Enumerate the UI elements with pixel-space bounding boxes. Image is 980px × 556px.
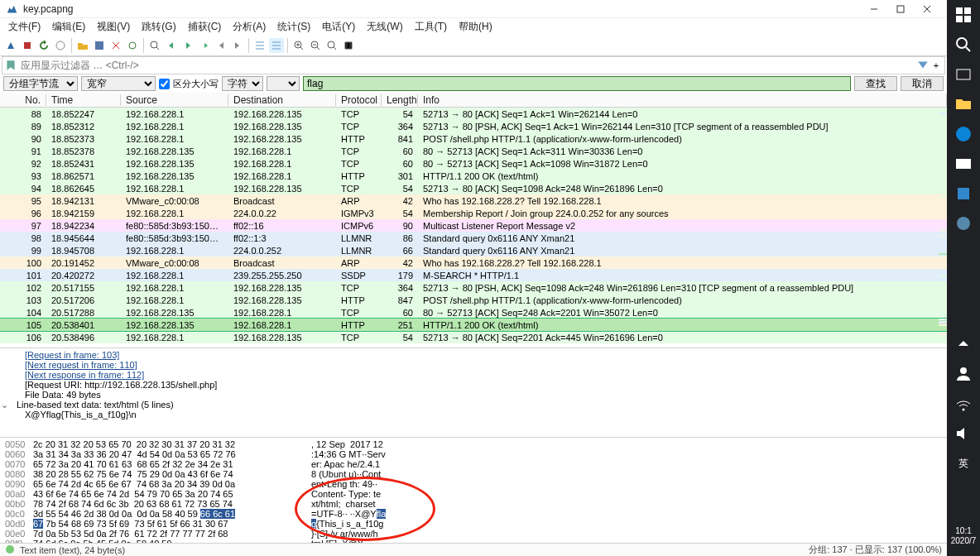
filter-dropdown-icon[interactable]: [916, 59, 930, 72]
find-packet-icon[interactable]: [147, 38, 162, 53]
menu-wireless[interactable]: 无线(W): [362, 18, 407, 36]
display-filter-input[interactable]: [17, 60, 916, 71]
packet-row[interactable]: 9718.942234fe80::585d:3b93:150…ff02::16I…: [0, 219, 947, 232]
packet-row[interactable]: 10520.538401192.168.228.135192.168.228.1…: [0, 319, 947, 331]
save-file-icon[interactable]: [92, 38, 107, 53]
packet-row[interactable]: 10620.538496192.168.228.1192.168.228.135…: [0, 331, 947, 343]
packet-row[interactable]: 9318.862571192.168.228.135192.168.228.1H…: [0, 170, 947, 182]
col-info[interactable]: Info: [418, 94, 947, 106]
packet-row[interactable]: 10220.517155192.168.228.1192.168.228.135…: [0, 281, 947, 294]
jump-to-icon[interactable]: [197, 38, 212, 53]
find-case-checkbox[interactable]: [159, 79, 170, 89]
hex-line[interactable]: 00e07d 0a 5b 53 5d 0a 2f 76 61 72 2f 77 …: [5, 529, 942, 539]
packet-scroll-strip[interactable]: [939, 108, 947, 348]
open-file-icon[interactable]: [75, 38, 90, 53]
explorer-icon[interactable]: [954, 94, 973, 114]
detail-link[interactable]: [Next request in frame: 110]: [25, 360, 137, 370]
packet-row[interactable]: 10420.517288192.168.228.135192.168.228.1…: [0, 306, 947, 319]
packet-row[interactable]: 9918.945708192.168.228.1224.0.0.252LLMNR…: [0, 244, 947, 256]
packet-row[interactable]: 10320.517206192.168.228.1192.168.228.135…: [0, 294, 947, 306]
find-charset-select[interactable]: 宽窄: [81, 76, 156, 91]
people-icon[interactable]: [954, 364, 973, 384]
filter-bookmark-icon[interactable]: [4, 59, 17, 72]
display-filter-bar[interactable]: +: [2, 56, 945, 74]
packet-row[interactable]: 9118.852378192.168.228.135192.168.228.1T…: [0, 145, 947, 157]
menu-tools[interactable]: 工具(T): [410, 18, 452, 36]
packet-list[interactable]: 8818.852247192.168.228.1192.168.228.135T…: [0, 108, 947, 348]
menu-statistics[interactable]: 统计(S): [272, 18, 315, 36]
go-last-icon[interactable]: [230, 38, 245, 53]
menu-capture[interactable]: 捕获(C): [183, 18, 227, 36]
reload-icon[interactable]: [125, 38, 140, 53]
windows-start-icon[interactable]: [954, 5, 973, 25]
stop-capture-icon[interactable]: [20, 38, 35, 53]
col-no[interactable]: No.: [0, 94, 46, 106]
start-capture-icon[interactable]: [3, 38, 18, 53]
hex-line[interactable]: 009065 6e 74 2d 4c 65 6e 67 74 68 3a 20 …: [5, 479, 942, 489]
restart-capture-icon[interactable]: [36, 38, 51, 53]
go-prev-icon[interactable]: [164, 38, 179, 53]
find-cancel-button[interactable]: 取消: [901, 76, 944, 91]
expert-info-icon[interactable]: [5, 544, 15, 556]
hex-line[interactable]: 008038 20 28 55 62 75 6e 74 75 29 0d 0a …: [5, 469, 942, 479]
hex-line[interactable]: 00603a 31 34 3a 33 36 20 47 4d 54 0d 0a …: [5, 449, 942, 459]
search-icon[interactable]: [954, 35, 973, 55]
menu-help[interactable]: 帮助(H): [454, 18, 497, 36]
find-type-select[interactable]: 字符串: [222, 76, 263, 91]
minimize-button[interactable]: [861, 1, 887, 17]
packet-row[interactable]: 8918.852312192.168.228.1192.168.228.135T…: [0, 120, 947, 132]
maximize-button[interactable]: [887, 1, 914, 17]
resize-columns-icon[interactable]: [341, 38, 356, 53]
packet-row[interactable]: 9018.852373192.168.228.1192.168.228.135H…: [0, 132, 947, 145]
volume-icon[interactable]: [954, 424, 973, 443]
packet-row[interactable]: 9518.942131VMware_c0:00:08BroadcastARP42…: [0, 194, 947, 207]
col-length[interactable]: Length: [382, 94, 418, 106]
col-protocol[interactable]: Protocol: [336, 94, 382, 106]
detail-link[interactable]: [Request in frame: 103]: [25, 350, 119, 360]
hex-line[interactable]: 00a043 6f 6e 74 65 6e 74 2d 54 79 70 65 …: [5, 489, 942, 499]
hex-line[interactable]: 00b078 74 2f 68 74 6d 6c 3b 20 63 68 61 …: [5, 499, 942, 509]
menu-analyze[interactable]: 分析(A): [228, 18, 271, 36]
detail-tree-item[interactable]: ⌄ Line-based text data: text/html (5 lin…: [5, 400, 942, 410]
menu-view[interactable]: 视图(V): [92, 18, 135, 36]
wifi-icon[interactable]: [954, 394, 973, 414]
menu-file[interactable]: 文件(F): [3, 18, 46, 36]
detail-link[interactable]: [Next response in frame: 112]: [25, 370, 144, 380]
menu-edit[interactable]: 编辑(E): [47, 18, 90, 36]
find-button[interactable]: 查找: [854, 76, 897, 91]
packet-row[interactable]: 9218.852431192.168.228.135192.168.228.1T…: [0, 157, 947, 170]
taskview-icon[interactable]: [954, 65, 973, 84]
col-destination[interactable]: Destination: [228, 94, 336, 106]
packet-row[interactable]: 10120.420272192.168.228.1239.255.255.250…: [0, 269, 947, 281]
packet-details-pane[interactable]: [Request in frame: 103] [Next request in…: [0, 348, 947, 437]
menu-telephony[interactable]: 电话(Y): [317, 18, 360, 36]
chevron-up-icon[interactable]: [954, 334, 973, 354]
packet-row[interactable]: 8818.852247192.168.228.1192.168.228.135T…: [0, 108, 947, 120]
find-scope-select[interactable]: 分组字节流: [3, 76, 78, 91]
colorize-icon[interactable]: [269, 38, 284, 53]
find-input[interactable]: [303, 76, 851, 91]
ime-icon[interactable]: 英: [954, 453, 973, 473]
go-first-icon[interactable]: [214, 38, 228, 53]
packet-row[interactable]: 9618.942159192.168.228.1224.0.0.22IGMPv3…: [0, 207, 947, 219]
col-time[interactable]: Time: [46, 94, 121, 106]
zoom-in-icon[interactable]: [291, 38, 306, 53]
menu-go[interactable]: 跳转(G): [137, 18, 180, 36]
mail-icon[interactable]: [954, 154, 973, 174]
find-options-select[interactable]: [267, 76, 300, 91]
zoom-out-icon[interactable]: [308, 38, 323, 53]
capture-options-icon[interactable]: [53, 38, 68, 53]
close-file-icon[interactable]: [108, 38, 123, 53]
close-button[interactable]: [914, 1, 940, 17]
zoom-reset-icon[interactable]: [324, 38, 339, 53]
edge-icon[interactable]: [954, 124, 973, 144]
col-source[interactable]: Source: [121, 94, 228, 106]
packet-row[interactable]: 9418.862645192.168.228.1192.168.228.135T…: [0, 182, 947, 194]
filter-add-icon[interactable]: +: [930, 59, 943, 72]
hex-line[interactable]: 007065 72 3a 20 41 70 61 63 68 65 2f 32 …: [5, 459, 942, 469]
hex-line[interactable]: 00502c 20 31 32 20 53 65 70 20 32 30 31 …: [5, 439, 942, 449]
go-next-icon[interactable]: [180, 38, 195, 53]
autoscroll-icon[interactable]: [252, 38, 267, 53]
packet-row[interactable]: 10020.191452VMware_c0:00:08BroadcastARP4…: [0, 256, 947, 269]
app-icon[interactable]: [954, 184, 973, 204]
